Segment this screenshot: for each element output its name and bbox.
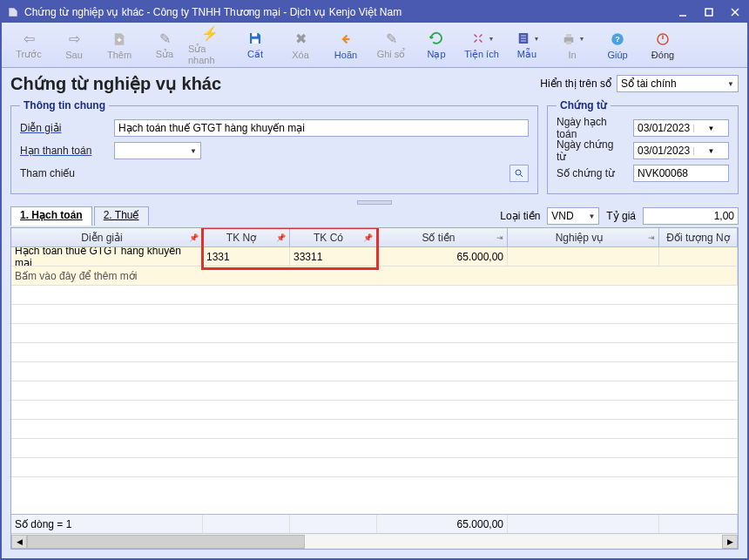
pin-icon: 📌 — [276, 233, 286, 242]
next-button[interactable]: ⇨Sau — [52, 26, 96, 64]
display-on-select[interactable]: Sổ tài chính ▼ — [617, 75, 739, 92]
col-header-description[interactable]: Diễn giải📌 — [11, 228, 203, 246]
pin-icon: 📌 — [363, 233, 373, 242]
svg-rect-4 — [252, 33, 257, 37]
scroll-right-button[interactable]: ▶ — [722, 535, 738, 549]
currency-select[interactable]: VND ▼ — [547, 207, 599, 225]
accounting-grid: Diễn giải📌 TK Nợ📌 TK Có📌 Số tiền⇥ Nghiệp… — [10, 227, 739, 550]
page-title: Chứng từ nghiệp vụ khác — [10, 73, 221, 94]
reference-lookup-button[interactable] — [509, 165, 529, 182]
horizontal-scrollbar[interactable]: ◀ ▶ — [11, 533, 738, 549]
titlebar: Chứng từ nghiệp vụ khác - Công ty TNHH T… — [2, 2, 747, 23]
voucher-legend: Chứng từ — [557, 99, 611, 111]
maximize-button[interactable] — [702, 5, 716, 19]
col-header-operation[interactable]: Nghiệp vụ⇥ — [508, 228, 659, 246]
undo-button[interactable]: Hoãn — [324, 26, 368, 64]
save-button[interactable]: Cất — [233, 26, 277, 64]
delete-button[interactable]: ✖Xóa — [279, 26, 322, 64]
voucher-date-label: Ngày chứng từ — [557, 138, 626, 163]
cell-operation[interactable] — [508, 247, 659, 266]
chevron-down-icon: ▼ — [727, 80, 734, 88]
reload-button[interactable]: Nạp — [415, 26, 458, 64]
window-title: Chứng từ nghiệp vụ khác - Công ty TNHH T… — [24, 6, 401, 18]
cell-object[interactable] — [659, 247, 738, 266]
footer-total: 65.000,00 — [377, 515, 508, 533]
app-window: Chứng từ nghiệp vụ khác - Công ty TNHH T… — [0, 0, 749, 560]
cell-description[interactable]: Hạch toán thuế GTGT hàng khuyến mại — [11, 247, 203, 266]
currency-label: Loại tiền — [500, 210, 540, 222]
voucher-no-label: Số chứng từ — [557, 167, 626, 179]
close-button[interactable] — [728, 5, 742, 19]
svg-point-17 — [516, 170, 521, 175]
toolbar: ⇦Trước ⇨Sau Thêm ✎Sửa ⚡Sửa nhanh Cất ✖Xó… — [2, 23, 747, 68]
rate-label: Tỷ giá — [606, 210, 636, 222]
scroll-thumb[interactable] — [27, 535, 305, 549]
chevron-down-icon[interactable]: ▼ — [693, 125, 728, 132]
search-icon — [514, 168, 524, 179]
voucher-group: Chứng từ Ngày hạch toán 03/01/2023 ▼ Ngà… — [547, 99, 739, 194]
pin-icon: ⇥ — [648, 233, 655, 242]
scroll-left-button[interactable]: ◀ — [11, 535, 27, 549]
display-on-label: Hiển thị trên sổ — [540, 78, 611, 90]
general-legend: Thông tin chung — [20, 99, 109, 111]
col-header-credit[interactable]: TK Có📌 — [290, 228, 377, 246]
general-info-group: Thông tin chung Diễn giải Hạn thanh toán… — [10, 99, 538, 194]
acc-date-input[interactable]: 03/01/2023 ▼ — [633, 119, 729, 137]
app-icon — [7, 6, 19, 18]
horizontal-splitter[interactable] — [10, 198, 739, 206]
quickedit-button[interactable]: ⚡Sửa nhanh — [188, 26, 232, 64]
description-input[interactable] — [114, 119, 529, 137]
col-header-object[interactable]: Đối tượng Nợ — [659, 228, 738, 246]
minimize-button[interactable] — [676, 5, 690, 19]
acc-date-label: Ngày hạch toán — [557, 116, 626, 140]
utility-button[interactable]: ▼Tiện ích — [460, 26, 503, 64]
grid-row[interactable]: Hạch toán thuế GTGT hàng khuyến mại 1331… — [11, 247, 738, 267]
chevron-down-icon: ▼ — [588, 213, 595, 220]
svg-rect-11 — [566, 34, 571, 37]
svg-text:?: ? — [615, 35, 620, 44]
pin-icon: 📌 — [189, 233, 199, 242]
help-button[interactable]: ?Giúp — [596, 26, 639, 64]
edit-button[interactable]: ✎Sửa — [143, 26, 186, 64]
payment-term-label[interactable]: Hạn thanh toán — [20, 145, 107, 157]
body-area: Chứng từ nghiệp vụ khác Hiển thị trên sổ… — [2, 68, 747, 558]
svg-rect-12 — [566, 41, 571, 44]
chevron-down-icon: ▼ — [190, 147, 197, 155]
rate-input[interactable] — [643, 207, 739, 225]
col-header-amount[interactable]: Số tiền⇥ — [377, 228, 508, 246]
col-header-debit[interactable]: TK Nợ📌 — [203, 228, 290, 246]
payment-term-select[interactable]: ▼ — [114, 142, 201, 159]
tab-tax[interactable]: 2. Thuế — [94, 206, 149, 226]
svg-rect-1 — [705, 9, 712, 16]
tab-accounting[interactable]: 1. Hạch toán — [10, 206, 92, 226]
grid-addnew-row[interactable]: Bấm vào đây để thêm mới — [11, 267, 738, 286]
reference-label: Tham chiếu — [20, 167, 107, 179]
svg-rect-5 — [252, 39, 259, 44]
description-label[interactable]: Diễn giải — [20, 122, 107, 134]
footer-rowcount: Số dòng = 1 — [11, 515, 203, 533]
voucher-no-input[interactable] — [633, 165, 729, 182]
svg-line-18 — [521, 175, 523, 178]
cell-amount[interactable]: 65.000,00 — [377, 247, 508, 266]
prev-button[interactable]: ⇦Trước — [7, 26, 51, 64]
post-button[interactable]: ✎Ghi sổ — [369, 26, 413, 64]
add-button[interactable]: Thêm — [98, 26, 141, 64]
template-button[interactable]: ▼Mẫu — [505, 26, 549, 64]
print-button[interactable]: ▼In — [550, 26, 594, 64]
pin-icon: ⇥ — [496, 233, 503, 242]
grid-footer: Số dòng = 1 65.000,00 — [11, 514, 738, 533]
chevron-down-icon[interactable]: ▼ — [693, 147, 728, 155]
cell-debit-acc[interactable]: 1331 — [203, 247, 290, 266]
exit-button[interactable]: Đóng — [641, 26, 685, 64]
cell-credit-acc[interactable]: 33311 — [290, 247, 377, 266]
voucher-date-input[interactable]: 03/01/2023 ▼ — [633, 142, 729, 159]
